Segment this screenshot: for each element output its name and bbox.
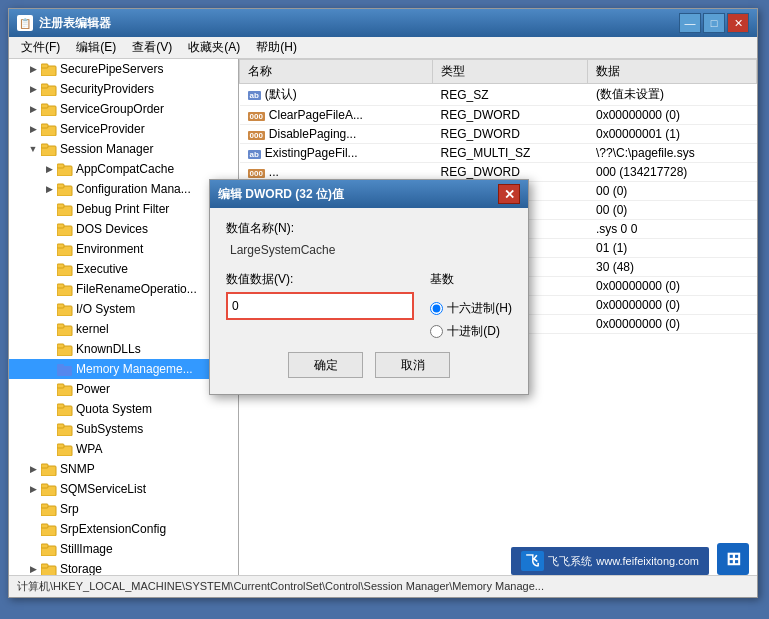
tree-label: Srp: [60, 502, 79, 516]
menu-file[interactable]: 文件(F): [13, 37, 68, 58]
svg-rect-45: [41, 504, 48, 508]
dialog-close-button[interactable]: ✕: [498, 184, 520, 204]
dialog-title-bar: 编辑 DWORD (32 位)值 ✕: [210, 180, 528, 208]
expand-icon: [41, 321, 57, 337]
ok-button[interactable]: 确定: [288, 352, 363, 378]
tree-item-appcompatcache[interactable]: ▶ AppCompatCache: [9, 159, 238, 179]
expand-icon: [25, 541, 41, 557]
expand-icon: [41, 421, 57, 437]
tree-item-dos-devices[interactable]: DOS Devices: [9, 219, 238, 239]
tree-item-environment[interactable]: Environment: [9, 239, 238, 259]
expand-icon: ▶: [25, 101, 41, 117]
svg-rect-51: [41, 564, 48, 568]
cell-data: 30 (48): [588, 258, 757, 277]
tree-item-storage[interactable]: ▶ Storage: [9, 559, 238, 575]
folder-icon: [57, 202, 73, 216]
cell-data: 0x00000000 (0): [588, 315, 757, 334]
tree-item-io-system[interactable]: I/O System: [9, 299, 238, 319]
svg-rect-27: [57, 324, 64, 328]
tree-item-sqmservicelist[interactable]: ▶ SQMServiceList: [9, 479, 238, 499]
tree-item-servicegrouporder[interactable]: ▶ ServiceGroupOrder: [9, 99, 238, 119]
value-data-input[interactable]: [226, 292, 414, 320]
hex-label: 十六进制(H): [447, 300, 512, 317]
cancel-button[interactable]: 取消: [375, 352, 450, 378]
cell-name: 000DisablePaging...: [240, 125, 433, 144]
tree-label: Configuration Mana...: [76, 182, 191, 196]
tree-item-securepipeservers[interactable]: ▶ SecurePipeServers: [9, 59, 238, 79]
tree-item-securityproviders[interactable]: ▶ SecurityProviders: [9, 79, 238, 99]
svg-rect-29: [57, 344, 64, 348]
folder-icon: [57, 362, 73, 376]
svg-rect-33: [57, 384, 64, 388]
tree-item-snmp[interactable]: ▶ SNMP: [9, 459, 238, 479]
expand-icon: ▼: [25, 141, 41, 157]
value-data-label: 数值数据(V):: [226, 271, 414, 288]
maximize-button[interactable]: □: [703, 13, 725, 33]
type-icon: ab: [248, 150, 261, 159]
expand-icon: [41, 301, 57, 317]
tree-item-stillimage[interactable]: StillImage: [9, 539, 238, 559]
svg-rect-25: [57, 304, 64, 308]
tree-item-power[interactable]: Power: [9, 379, 238, 399]
tree-label: SNMP: [60, 462, 95, 476]
title-buttons: — □ ✕: [679, 13, 749, 33]
menu-view[interactable]: 查看(V): [124, 37, 180, 58]
win-logo-icon: ⊞: [717, 543, 749, 575]
menu-edit[interactable]: 编辑(E): [68, 37, 124, 58]
expand-icon: [41, 341, 57, 357]
hex-radio[interactable]: [430, 302, 443, 315]
tree-item-memory-management[interactable]: Memory Manageme...: [9, 359, 238, 379]
minimize-button[interactable]: —: [679, 13, 701, 33]
tree-item-session-manager[interactable]: ▼ Session Manager: [9, 139, 238, 159]
tree-item-executive[interactable]: Executive: [9, 259, 238, 279]
tree-item-quota-system[interactable]: Quota System: [9, 399, 238, 419]
expand-icon: ▶: [41, 181, 57, 197]
expand-icon: [41, 241, 57, 257]
cell-name: 000ClearPageFileA...: [240, 106, 433, 125]
expand-icon: ▶: [41, 161, 57, 177]
hex-radio-label[interactable]: 十六进制(H): [430, 300, 512, 317]
type-icon: ab: [248, 91, 261, 100]
tree-item-srpextensionconfig[interactable]: SrpExtensionConfig: [9, 519, 238, 539]
table-row[interactable]: 000DisablePaging... REG_DWORD 0x00000001…: [240, 125, 757, 144]
cell-data: 0x00000000 (0): [588, 296, 757, 315]
tree-item-debug-print-filter[interactable]: Debug Print Filter: [9, 199, 238, 219]
dialog-title-text: 编辑 DWORD (32 位)值: [218, 186, 498, 203]
cell-data: 0x00000000 (0): [588, 277, 757, 296]
tree-item-subsystems[interactable]: SubSystems: [9, 419, 238, 439]
menu-help[interactable]: 帮助(H): [248, 37, 305, 58]
tree-label: WPA: [76, 442, 102, 456]
folder-icon: [41, 62, 57, 76]
table-row[interactable]: ab(默认) REG_SZ (数值未设置): [240, 84, 757, 106]
watermark-logo: 飞: [521, 551, 544, 571]
cell-type: REG_MULTI_SZ: [433, 144, 588, 163]
table-row[interactable]: 000ClearPageFileA... REG_DWORD 0x0000000…: [240, 106, 757, 125]
tree-item-knowndlls[interactable]: KnownDLLs: [9, 339, 238, 359]
folder-icon: [41, 502, 57, 516]
tree-label: SQMServiceList: [60, 482, 146, 496]
tree-item-srp[interactable]: Srp: [9, 499, 238, 519]
tree-label: Session Manager: [60, 142, 153, 156]
table-row[interactable]: abExistingPageFil... REG_MULTI_SZ \??\C:…: [240, 144, 757, 163]
dialog-buttons: 确定 取消: [226, 352, 512, 382]
expand-icon: ▶: [25, 561, 41, 575]
type-icon: 000: [248, 131, 265, 140]
close-button[interactable]: ✕: [727, 13, 749, 33]
svg-rect-23: [57, 284, 64, 288]
tree-item-filerename[interactable]: FileRenameOperatio...: [9, 279, 238, 299]
tree-item-configuration-manager[interactable]: ▶ Configuration Mana...: [9, 179, 238, 199]
cell-data: 01 (1): [588, 239, 757, 258]
menu-favorites[interactable]: 收藏夹(A): [180, 37, 248, 58]
cell-type: REG_DWORD: [433, 125, 588, 144]
folder-icon: [41, 102, 57, 116]
folder-icon: [57, 322, 73, 336]
tree-item-serviceprovider[interactable]: ▶ ServiceProvider: [9, 119, 238, 139]
svg-rect-35: [57, 404, 64, 408]
tree-item-wpa[interactable]: WPA: [9, 439, 238, 459]
watermark-text: 飞飞系统: [548, 554, 592, 569]
tree-label: DOS Devices: [76, 222, 148, 236]
tree-item-kernel[interactable]: kernel: [9, 319, 238, 339]
dec-radio[interactable]: [430, 325, 443, 338]
dec-radio-label[interactable]: 十进制(D): [430, 323, 512, 340]
dec-label: 十进制(D): [447, 323, 500, 340]
